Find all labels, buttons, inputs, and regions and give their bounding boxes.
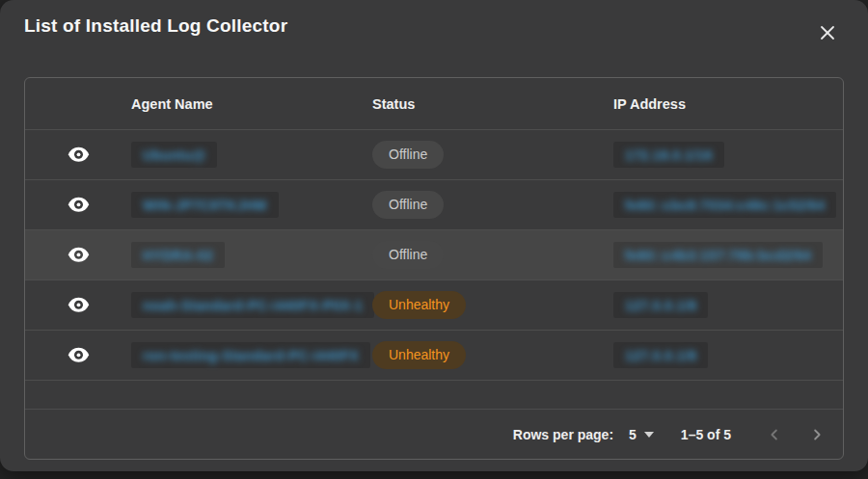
empty-row	[25, 381, 843, 410]
agent-name-redacted: ron-testing-Standard-PC-i440FX	[131, 342, 370, 369]
eye-icon	[68, 247, 90, 263]
table-header-row: Agent Name Status IP Address	[25, 78, 843, 130]
log-collector-modal: List of Installed Log Collector Agent Na…	[0, 0, 868, 471]
view-details-button[interactable]	[64, 343, 94, 367]
view-details-button[interactable]	[64, 193, 94, 217]
table-body: Ubuntu@ Offline 172.18.0.1/16 WIN-JP7C9T…	[25, 130, 843, 381]
chevron-left-icon	[766, 426, 783, 443]
table-row[interactable]: ron-testing-Standard-PC-i440FX Unhealthy…	[25, 331, 843, 381]
status-badge: Unhealthy	[372, 291, 466, 320]
rows-per-page-label: Rows per page:	[513, 427, 613, 442]
table-row[interactable]: HYDRA-02 Offline fe80::c4b3:157:79b:bcd2…	[25, 230, 843, 280]
page-background: List of Installed Log Collector Agent Na…	[0, 0, 868, 479]
close-icon	[819, 24, 836, 41]
agent-name-redacted: HYDRA-02	[131, 242, 225, 269]
agent-name-redacted: Ubuntu@	[131, 142, 217, 169]
ip-address-redacted: 172.18.0.1/16	[613, 142, 724, 169]
eye-icon	[68, 146, 90, 163]
chevron-right-icon	[808, 426, 826, 443]
status-badge: Offline	[372, 241, 444, 270]
column-header-status: Status	[372, 96, 613, 112]
column-header-ip-address: IP Address	[613, 96, 843, 112]
eye-icon	[68, 297, 90, 313]
rows-per-page-value: 5	[629, 427, 637, 442]
view-details-button[interactable]	[64, 243, 94, 267]
log-collector-table: Agent Name Status IP Address Ubuntu@ Off…	[24, 77, 844, 460]
view-details-button[interactable]	[64, 293, 94, 317]
ip-address-redacted: 127.0.0.1/8	[613, 292, 708, 319]
rows-per-page-select[interactable]: 5	[629, 427, 654, 442]
ip-address-redacted: fe80::c4b3:157:79b:bcd2/64	[613, 242, 823, 269]
eye-icon	[68, 197, 90, 213]
ip-address-redacted: 127.0.0.1/8	[613, 342, 708, 369]
agent-name-redacted: WIN-JP7C9TKJHM	[131, 192, 279, 219]
status-badge: Unhealthy	[372, 341, 466, 370]
status-badge: Offline	[372, 141, 444, 170]
dropdown-caret-icon	[644, 432, 654, 438]
view-details-button[interactable]	[64, 143, 94, 167]
page-range-label: 1–5 of 5	[681, 427, 731, 442]
pagination: Rows per page: 5 1–5 of 5	[25, 410, 843, 460]
table-row[interactable]: Ubuntu@ Offline 172.18.0.1/16	[25, 130, 843, 180]
previous-page-button[interactable]	[764, 424, 785, 445]
close-button[interactable]	[814, 19, 841, 46]
table-row[interactable]: noah-Standard-PC-i440FX-PIIX-1 Unhealthy…	[25, 280, 843, 331]
eye-icon	[68, 347, 90, 363]
status-badge: Offline	[372, 191, 444, 220]
table-row[interactable]: WIN-JP7C9TKJHM Offline fe80::cbc8:7034:c…	[25, 180, 843, 230]
agent-name-redacted: noah-Standard-PC-i440FX-PIIX-1	[131, 292, 374, 319]
column-header-agent-name: Agent Name	[131, 96, 372, 112]
modal-title: List of Installed Log Collector	[24, 15, 287, 37]
next-page-button[interactable]	[806, 424, 827, 445]
ip-address-redacted: fe80::cbc8:7034:c48c:1c52/64	[613, 192, 836, 219]
